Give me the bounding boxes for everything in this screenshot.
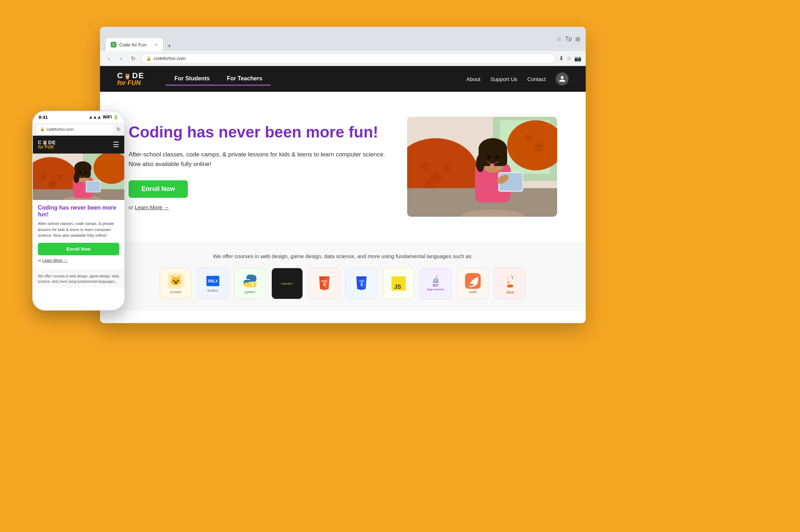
svg-text:3: 3 (360, 282, 362, 287)
tab-bar: C Code for Fun × + (106, 27, 550, 51)
svg-text:MINECRAFT: MINECRAFT (281, 282, 293, 285)
browser-back-button[interactable]: ‹ (104, 54, 114, 63)
svg-text:HTML: HTML (321, 280, 328, 282)
screenshot-icon[interactable]: 📷 (574, 55, 581, 62)
extensions-icon[interactable]: ⊞ (575, 36, 580, 42)
tech-logo-swift[interactable]: Swift (457, 268, 489, 299)
enroll-now-button[interactable]: Enroll Now (129, 180, 188, 198)
nav-link-support-us[interactable]: Support Us (490, 76, 517, 82)
nav-link-students[interactable]: For Students (166, 72, 218, 86)
tech-logo-java[interactable]: Java (494, 268, 526, 299)
download-icon[interactable]: ⬇ (559, 55, 564, 62)
mobile-tech-section: We offer courses in web design, game des… (33, 270, 124, 288)
site-nav: C🦉DE for FUN For Students For Teachers A… (100, 66, 586, 92)
new-tab-button[interactable]: + (164, 41, 174, 51)
mobile-browser-bar: 🔒 codeforfun.com ↻ (33, 123, 124, 136)
tech-description: We offer courses in web design, game des… (117, 253, 569, 259)
hero-image-svg (407, 117, 557, 217)
nav-right-links: About Support Us Contact (466, 72, 569, 85)
mobile-tech-description: We offer courses in web design, game des… (38, 273, 119, 284)
bookmark-icon[interactable]: ☆ (556, 36, 561, 42)
svg-point-55 (85, 171, 87, 174)
mobile-learn-more-row: or Learn More → (38, 258, 119, 262)
mobile-hero-svg (33, 154, 124, 200)
mobile-signal-icon: ▲▲▲ (89, 115, 101, 120)
desktop-browser: C Code for Fun × + ☆ Tp ⊞ ‹ › ↻ 🔒 codefo… (100, 27, 586, 323)
svg-point-54 (79, 171, 81, 174)
nav-link-teachers[interactable]: For Teachers (218, 72, 271, 86)
tech-logo-roblox[interactable]: RBLX Roblox (197, 268, 229, 299)
mobile-logo[interactable]: C🦉DE for FUN (38, 140, 56, 149)
hero-section: Coding has never been more fun! After-sc… (100, 92, 586, 242)
mobile-menu-button[interactable]: ☰ (113, 140, 119, 149)
svg-point-45 (57, 174, 62, 179)
svg-point-18 (487, 155, 490, 159)
tech-logo-minecraft[interactable]: MINECRAFT (271, 268, 303, 299)
svg-point-19 (495, 155, 499, 159)
logo-text-top: C🦉DE (117, 72, 144, 80)
hero-text-block: Coding has never been more fun! After-sc… (129, 123, 386, 211)
logo-text-bottom: for FUN (117, 80, 141, 86)
mobile-time: 9:41 (39, 115, 48, 120)
mobile-wifi-icon: WiFi (103, 115, 112, 120)
mobile-learn-more-prefix: or (38, 258, 41, 262)
address-bar-url: codeforfun.com (154, 56, 186, 61)
browser-toolbar-actions: ☆ Tp ⊞ (556, 36, 580, 42)
tech-logo-html[interactable]: 5 HTML (309, 268, 340, 299)
browser-tab[interactable]: C Code for Fun × (106, 38, 163, 51)
browser-reload-button[interactable]: ↻ (129, 54, 138, 63)
tab-favicon: C (111, 42, 116, 47)
learn-more-row: or Learn More → (129, 204, 386, 210)
mobile-learn-more-link[interactable]: Learn More → (42, 258, 68, 262)
svg-rect-57 (86, 181, 100, 192)
address-bar[interactable]: 🔒 codeforfun.com (141, 53, 556, 64)
learn-more-link[interactable]: Learn More → (135, 204, 169, 210)
star-icon[interactable]: ☆ (566, 55, 571, 62)
hero-image (407, 117, 557, 217)
mobile-hero-description: After-school classes, code camps, & priv… (38, 221, 119, 239)
mobile-reload-button[interactable]: ↻ (116, 126, 121, 132)
svg-rect-23 (490, 164, 494, 167)
profile-icon[interactable]: Tp (565, 36, 572, 42)
tech-logo-python[interactable]: python (234, 268, 266, 299)
svg-point-44 (49, 180, 56, 187)
mobile-enroll-now-button[interactable]: Enroll Now (38, 243, 119, 255)
hero-title: Coding has never been more fun! (129, 123, 386, 141)
user-avatar-button[interactable] (556, 72, 569, 85)
tech-logos-grid: 😺 scratch RBLX Roblox (117, 268, 569, 299)
svg-point-10 (535, 142, 544, 152)
mobile-hero-title: Coding has never been more fun! (38, 204, 119, 218)
svg-point-17 (476, 154, 485, 172)
tab-title: Code for Fun (119, 42, 146, 47)
site-logo[interactable]: C🦉DE for FUN (117, 72, 144, 86)
mobile-hero-text-block: Coding has never been more fun! After-sc… (33, 200, 124, 267)
mobile-status-bar: 9:41 ▲▲▲ WiFi 🔋 (33, 111, 124, 123)
hero-description: After-school classes, code camps, & priv… (129, 150, 386, 169)
mobile-status-icons: ▲▲▲ WiFi 🔋 (89, 115, 119, 120)
tech-logo-js[interactable]: JS (383, 268, 414, 299)
mobile-url-bar[interactable]: 🔒 codeforfun.com (36, 125, 114, 134)
tech-logo-scratch[interactable]: 😺 scratch (160, 268, 191, 299)
svg-text:😺: 😺 (170, 275, 182, 286)
nav-link-contact[interactable]: Contact (527, 76, 546, 82)
mobile-logo-text-bottom: for FUN (38, 145, 56, 149)
mobile-hero-image (33, 154, 124, 200)
learn-more-prefix: or (129, 204, 133, 210)
browser-chrome: C Code for Fun × + ☆ Tp ⊞ (100, 27, 586, 51)
svg-point-9 (525, 135, 532, 142)
svg-point-5 (430, 172, 441, 183)
mobile-logo-text-top: C🦉DE (38, 140, 56, 145)
svg-point-43 (41, 174, 46, 180)
tab-close-button[interactable]: × (155, 42, 158, 47)
tech-logo-mit[interactable]: 🔬 MIT App Inventor (420, 268, 451, 299)
mobile-lock-icon: 🔒 (40, 127, 45, 131)
svg-point-53 (74, 172, 79, 183)
svg-text:JS: JS (394, 283, 401, 290)
nav-link-about[interactable]: About (466, 76, 480, 82)
tech-logo-css[interactable]: 3 CSS (346, 268, 377, 299)
nav-links: For Students For Teachers (166, 72, 466, 86)
website-content: C🦉DE for FUN For Students For Teachers A… (100, 66, 586, 311)
svg-point-4 (421, 162, 429, 171)
svg-text:5: 5 (323, 282, 325, 287)
browser-forward-button[interactable]: › (116, 54, 126, 63)
